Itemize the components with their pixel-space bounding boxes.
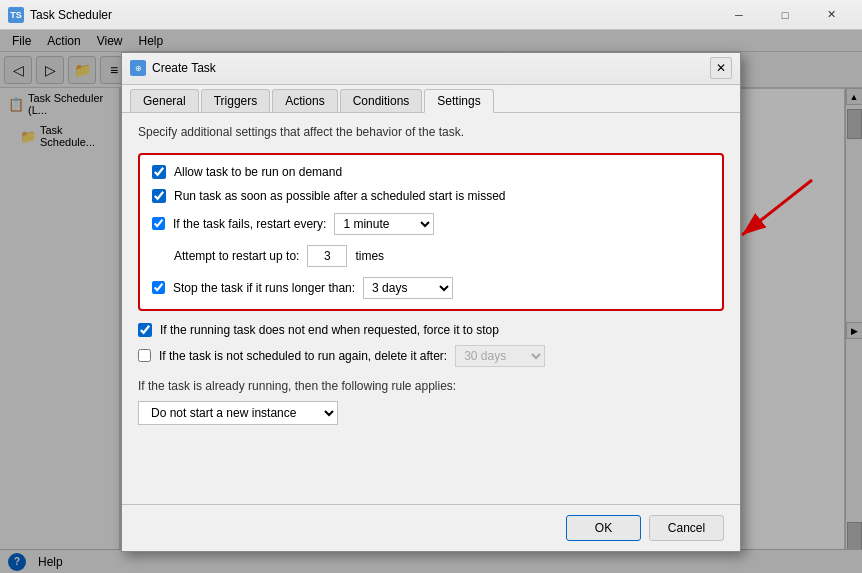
maximize-button[interactable]: □	[762, 0, 808, 30]
dialog-overlay: ⊕ Create Task ✕ General Triggers Actions…	[0, 30, 862, 573]
allow-demand-label: Allow task to be run on demand	[174, 165, 342, 179]
ok-button[interactable]: OK	[566, 515, 641, 541]
dialog-icon: ⊕	[130, 60, 146, 76]
run-missed-row: Run task as soon as possible after a sch…	[152, 189, 710, 203]
force-stop-row: If the running task does not end when re…	[138, 323, 724, 337]
stop-task-checkbox[interactable]	[152, 281, 165, 294]
main-titlebar: TS Task Scheduler ─ □ ✕	[0, 0, 862, 30]
settings-highlighted-section: Allow task to be run on demand Run task …	[138, 153, 724, 311]
attempt-input[interactable]	[307, 245, 347, 267]
restart-row: If the task fails, restart every: 1 minu…	[152, 213, 710, 235]
app-title: Task Scheduler	[30, 8, 112, 22]
restart-interval-dropdown[interactable]: 1 minute 5 minutes 10 minutes 15 minutes…	[334, 213, 434, 235]
restart-checkbox[interactable]	[152, 217, 165, 230]
dialog-title: Create Task	[152, 61, 216, 75]
force-stop-label: If the running task does not end when re…	[160, 323, 499, 337]
dialog-description: Specify additional settings that affect …	[138, 125, 724, 139]
stop-task-dropdown[interactable]: 1 hour 2 hours 4 hours 8 hours 1 day 3 d…	[363, 277, 453, 299]
app-icon: TS	[8, 7, 24, 23]
delete-after-label: If the task is not scheduled to run agai…	[159, 349, 447, 363]
dialog-titlebar: ⊕ Create Task ✕	[122, 53, 740, 85]
force-stop-checkbox[interactable]	[138, 323, 152, 337]
tab-triggers[interactable]: Triggers	[201, 89, 271, 112]
delete-after-checkbox[interactable]	[138, 349, 151, 362]
tab-conditions[interactable]: Conditions	[340, 89, 423, 112]
dialog-wrapper: ⊕ Create Task ✕ General Triggers Actions…	[121, 52, 741, 552]
dialog-close-button[interactable]: ✕	[710, 57, 732, 79]
create-task-dialog: ⊕ Create Task ✕ General Triggers Actions…	[121, 52, 741, 552]
attempt-suffix: times	[355, 249, 384, 263]
stop-task-label: Stop the task if it runs longer than:	[173, 281, 355, 295]
tab-settings[interactable]: Settings	[424, 89, 493, 113]
allow-demand-checkbox[interactable]	[152, 165, 166, 179]
run-missed-checkbox[interactable]	[152, 189, 166, 203]
tab-actions[interactable]: Actions	[272, 89, 337, 112]
delete-after-dropdown[interactable]: 30 days 60 days 90 days	[455, 345, 545, 367]
window-controls: ─ □ ✕	[716, 0, 854, 30]
instance-rule-dropdown[interactable]: Do not start a new instance Run a new in…	[138, 401, 338, 425]
dialog-footer: OK Cancel	[122, 504, 740, 551]
attempt-label: Attempt to restart up to:	[174, 249, 299, 263]
additional-settings: If the running task does not end when re…	[138, 319, 724, 429]
svg-line-1	[742, 180, 812, 235]
cancel-button[interactable]: Cancel	[649, 515, 724, 541]
minimize-button[interactable]: ─	[716, 0, 762, 30]
delete-after-row: If the task is not scheduled to run agai…	[138, 345, 724, 367]
restart-label: If the task fails, restart every:	[173, 217, 326, 231]
attempt-row: Attempt to restart up to: times	[152, 245, 710, 267]
instance-rule-row: Do not start a new instance Run a new in…	[138, 401, 724, 425]
stop-task-row: Stop the task if it runs longer than: 1 …	[152, 277, 710, 299]
red-arrow-annotation	[722, 175, 822, 255]
dialog-body: Specify additional settings that affect …	[122, 113, 740, 504]
run-missed-label: Run task as soon as possible after a sch…	[174, 189, 506, 203]
allow-demand-row: Allow task to be run on demand	[152, 165, 710, 179]
close-button[interactable]: ✕	[808, 0, 854, 30]
tab-general[interactable]: General	[130, 89, 199, 112]
tab-bar: General Triggers Actions Conditions Sett…	[122, 85, 740, 113]
rule-label: If the task is already running, then the…	[138, 379, 724, 393]
